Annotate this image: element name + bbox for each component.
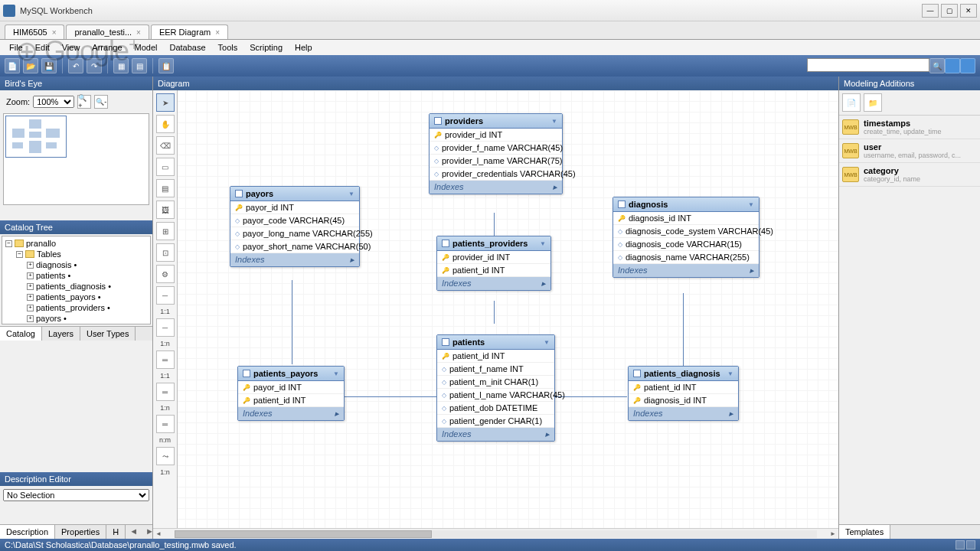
rel-1-1-tool[interactable]: ─ <box>156 286 175 305</box>
note-tool[interactable]: ▤ <box>156 179 175 197</box>
expand-icon[interactable]: + <box>27 315 34 322</box>
image-tool[interactable]: 🖼 <box>156 201 175 219</box>
scroll-left-icon[interactable]: ◄ <box>153 529 164 540</box>
open-button[interactable]: 📂 <box>23 58 38 73</box>
diagram-canvas[interactable]: ➤ ✋ ⌫ ▭ ▤ 🖼 ⊞ ⊡ ⚙ ─ 1:1 ─ 1:n ═ 1:1 ═ 1:… <box>153 90 838 528</box>
chevron-right-icon[interactable]: ▸ <box>729 409 733 419</box>
template-user[interactable]: MWB userusername, email, password, c... <box>839 139 980 163</box>
tab-templates[interactable]: Templates <box>839 525 890 539</box>
rel-1-1-id-tool[interactable]: ═ <box>156 350 175 369</box>
table-payors[interactable]: payors▼ 🔑payor_id INT ◇payor_code VARCHA… <box>230 186 360 267</box>
file-tab[interactable]: HIM6505× <box>5 24 64 39</box>
save-button[interactable]: 💾 <box>41 58 57 73</box>
chevron-down-icon[interactable]: ▼ <box>551 118 557 125</box>
zoom-in-icon[interactable]: 🔍+ <box>77 95 91 109</box>
expand-icon[interactable]: + <box>27 272 34 279</box>
close-icon[interactable]: × <box>52 28 57 37</box>
tab-prev-icon[interactable]: ◄ <box>126 525 142 539</box>
menu-view[interactable]: View <box>56 41 87 54</box>
hand-tool[interactable]: ✋ <box>156 115 175 133</box>
chevron-down-icon[interactable]: ▼ <box>348 191 354 197</box>
expand-icon[interactable]: + <box>27 283 34 290</box>
file-tab[interactable]: pranallo_testi...× <box>66 24 149 39</box>
rel-n-m-tool[interactable]: ═ <box>156 415 175 433</box>
menu-scripting[interactable]: Scripting <box>243 41 289 54</box>
expand-icon[interactable]: − <box>16 251 23 258</box>
panel-toggle-1[interactable] <box>945 58 960 73</box>
tree-item[interactable]: payors • <box>36 314 67 323</box>
expand-icon[interactable]: + <box>27 294 34 301</box>
routine-tool[interactable]: ⚙ <box>156 265 175 283</box>
undo-button[interactable]: ↶ <box>68 58 83 73</box>
table-providers[interactable]: providers▼ 🔑provider_id INT ◇provider_f_… <box>429 113 563 194</box>
new-button[interactable]: 📄 <box>5 58 20 73</box>
tab-catalog[interactable]: Catalog <box>0 327 42 341</box>
chevron-down-icon[interactable]: ▼ <box>540 240 546 247</box>
tree-item[interactable]: patients_providers • <box>36 303 110 312</box>
tree-item[interactable]: diagnosis • <box>36 260 77 269</box>
pointer-tool[interactable]: ➤ <box>156 93 175 112</box>
template-timestamps[interactable]: MWB timestampscreate_time, update_time <box>839 116 980 139</box>
template-new-button[interactable]: 📄 <box>842 93 861 112</box>
zoom-select[interactable]: 100% <box>33 96 74 108</box>
table-patients-payors[interactable]: patients_payors▼ 🔑payor_id INT 🔑patient_… <box>237 366 345 421</box>
table-tool[interactable]: ⊞ <box>156 222 175 240</box>
chevron-down-icon[interactable]: ▼ <box>748 201 754 208</box>
template-category[interactable]: MWB categorycategory_id, name <box>839 163 980 187</box>
tab-history[interactable]: H <box>106 525 126 539</box>
chevron-right-icon[interactable]: ▸ <box>350 255 354 265</box>
menu-arrange[interactable]: Arrange <box>86 41 128 54</box>
tab-properties[interactable]: Properties <box>55 525 106 539</box>
align-button[interactable]: ▤ <box>132 58 147 73</box>
tree-item[interactable]: patients_diagnosis • <box>36 282 111 291</box>
status-icon[interactable] <box>966 540 975 549</box>
menu-database[interactable]: Database <box>163 41 211 54</box>
close-button[interactable]: ✕ <box>960 4 977 18</box>
horizontal-scrollbar[interactable]: ◄ ► <box>153 528 838 539</box>
chevron-right-icon[interactable]: ▸ <box>541 279 546 289</box>
grid-button[interactable]: ▦ <box>113 58 129 73</box>
table-diagnosis[interactable]: diagnosis▼ 🔑diagnosis_id INT ◇diagnosis_… <box>612 197 760 278</box>
eraser-tool[interactable]: ⌫ <box>156 136 175 155</box>
export-button[interactable]: 📋 <box>158 58 174 73</box>
status-icon[interactable] <box>956 540 965 549</box>
chevron-right-icon[interactable]: ▸ <box>553 182 557 192</box>
table-patients[interactable]: patients▼ 🔑patient_id INT ◇patient_f_nam… <box>436 334 555 442</box>
redo-button[interactable]: ↷ <box>87 58 102 73</box>
template-folder-button[interactable]: 📁 <box>864 93 882 112</box>
layer-tool[interactable]: ▭ <box>156 158 175 176</box>
overview-map[interactable] <box>3 113 149 205</box>
expand-icon[interactable]: − <box>5 240 12 247</box>
chevron-right-icon[interactable]: ▸ <box>335 409 339 419</box>
table-patients-providers[interactable]: patients_providers▼ 🔑provider_id INT 🔑pa… <box>436 236 551 291</box>
menu-help[interactable]: Help <box>289 41 318 54</box>
expand-icon[interactable]: + <box>27 262 34 269</box>
tree-item[interactable]: patients_payors • <box>36 292 101 302</box>
menu-model[interactable]: Model <box>129 41 164 54</box>
scroll-right-icon[interactable]: ► <box>828 529 838 540</box>
panel-toggle-2[interactable] <box>960 58 975 73</box>
zoom-out-icon[interactable]: 🔍- <box>94 95 108 109</box>
chevron-down-icon[interactable]: ▼ <box>727 370 733 377</box>
file-tab-active[interactable]: EER Diagram× <box>151 24 228 39</box>
table-patients-diagnosis[interactable]: patients_diagnosis▼ 🔑patient_id INT 🔑dia… <box>628 366 739 421</box>
rel-existing-tool[interactable]: ⤳ <box>156 447 175 465</box>
tree-item[interactable]: patients • <box>36 271 70 280</box>
close-icon[interactable]: × <box>215 28 220 37</box>
description-select[interactable]: No Selection <box>3 489 149 501</box>
tab-user-types[interactable]: User Types <box>80 327 136 341</box>
rel-1-n-id-tool[interactable]: ═ <box>156 383 175 401</box>
search-input[interactable] <box>807 58 929 72</box>
search-button[interactable]: 🔍 <box>929 58 945 73</box>
minimize-button[interactable]: — <box>922 4 939 18</box>
menu-tools[interactable]: Tools <box>212 41 244 54</box>
close-icon[interactable]: × <box>136 28 141 37</box>
chevron-right-icon[interactable]: ▸ <box>750 266 754 276</box>
menu-file[interactable]: File <box>3 41 29 54</box>
catalog-tree[interactable]: −pranallo −Tables +diagnosis • +patients… <box>2 236 151 324</box>
chevron-down-icon[interactable]: ▼ <box>333 370 339 377</box>
tab-description[interactable]: Description <box>0 525 55 539</box>
view-tool[interactable]: ⊡ <box>156 243 175 262</box>
maximize-button[interactable]: ▢ <box>941 4 958 18</box>
chevron-down-icon[interactable]: ▼ <box>544 339 550 346</box>
